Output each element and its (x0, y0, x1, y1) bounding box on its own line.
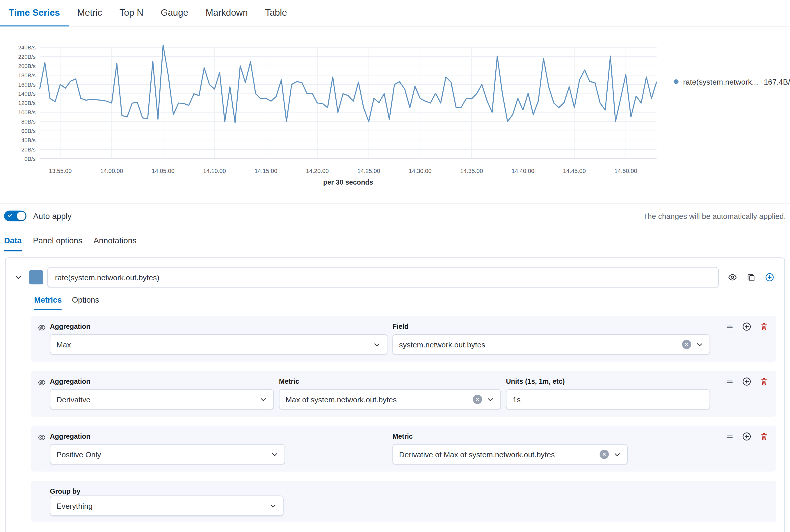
chevron-down-icon (373, 341, 381, 348)
auto-apply-toggle[interactable] (4, 211, 26, 222)
aggregation-select[interactable]: Derivative (50, 389, 274, 410)
svg-text:0B/s: 0B/s (24, 156, 36, 162)
auto-apply-row: Auto apply The changes will be automatic… (0, 204, 790, 228)
aggregation-select[interactable]: Positive Only (50, 444, 285, 464)
delete-metric-button[interactable] (760, 323, 768, 331)
chart-legend-item[interactable]: rate(system.network... 167.4B/s (674, 77, 790, 86)
chevron-down-icon (271, 451, 278, 458)
auto-apply-hint: The changes will be automatically applie… (643, 212, 786, 220)
svg-text:14:10:00: 14:10:00 (203, 168, 226, 174)
group-by-select-value: Everything (56, 501, 92, 510)
toggle-knob (17, 212, 25, 220)
timeseries-chart: 0B/s20B/s40B/s60B/s80B/s100B/s120B/s140B… (0, 31, 790, 197)
chevron-down-icon (14, 273, 22, 281)
plus-circle-icon (765, 273, 774, 282)
add-series-button[interactable] (765, 273, 774, 282)
metric-row-columns: Aggregation Derivative Metric Max of sys… (50, 378, 710, 410)
tab-table[interactable]: Table (257, 0, 296, 26)
svg-text:14:05:00: 14:05:00 (152, 168, 174, 174)
metric-row-max: Aggregation Max Field system.network.out… (31, 316, 776, 362)
delete-metric-button[interactable] (760, 378, 768, 386)
drag-handle[interactable] (726, 378, 734, 385)
tsvb-editor: Time Series Metric Top N Gauge Markdown … (0, 0, 790, 532)
svg-text:14:35:00: 14:35:00 (460, 168, 483, 174)
tab-data[interactable]: Data (4, 236, 22, 251)
tab-options[interactable]: Options (72, 296, 99, 310)
svg-text:200B/s: 200B/s (18, 63, 36, 69)
tab-annotations-label: Annotations (93, 236, 136, 245)
svg-text:220B/s: 220B/s (18, 54, 36, 60)
collapse-series-button[interactable] (14, 273, 23, 281)
tab-options-label: Options (72, 296, 99, 304)
editor-tabs: Data Panel options Annotations (0, 228, 790, 251)
delete-metric-button[interactable] (760, 433, 768, 441)
eye-closed-icon (38, 324, 46, 332)
series-color-swatch[interactable] (29, 270, 43, 284)
tab-top-n[interactable]: Top N (111, 0, 152, 26)
aggregation-label: Aggregation (50, 378, 274, 385)
clear-field-button[interactable] (682, 340, 692, 349)
group-by-select[interactable]: Everything (50, 496, 283, 516)
tab-panel-options[interactable]: Panel options (33, 236, 82, 251)
copy-icon (747, 273, 755, 282)
aggregation-label: Aggregation (50, 323, 387, 330)
chevron-down-icon (260, 396, 267, 403)
plus-circle-icon (742, 377, 752, 386)
tab-panel-options-label: Panel options (33, 236, 82, 245)
drag-handle[interactable] (726, 323, 734, 330)
svg-text:40B/s: 40B/s (21, 137, 36, 143)
series-label-input[interactable] (48, 267, 719, 287)
tab-metrics[interactable]: Metrics (34, 296, 62, 310)
tab-markdown[interactable]: Markdown (197, 0, 257, 26)
toggle-series-visibility-button[interactable] (728, 273, 737, 282)
svg-text:per 30 seconds: per 30 seconds (323, 178, 373, 186)
tab-metric[interactable]: Metric (69, 0, 111, 26)
group-by-section: Group by Everything (31, 481, 776, 522)
clone-series-button[interactable] (747, 273, 755, 282)
auto-apply-label: Auto apply (33, 211, 72, 221)
tab-data-label: Data (4, 236, 22, 245)
aggregation-select[interactable]: Max (50, 334, 387, 355)
metric-row-actions (726, 322, 768, 331)
svg-text:100B/s: 100B/s (18, 109, 36, 115)
aggregation-label: Aggregation (50, 433, 387, 440)
legend-series-dot (674, 79, 679, 84)
svg-text:120B/s: 120B/s (18, 100, 36, 106)
aggregation-select-value: Max (56, 340, 71, 349)
trash-icon (760, 323, 768, 331)
svg-text:13:55:00: 13:55:00 (49, 168, 72, 174)
metric-row-actions (726, 432, 768, 441)
svg-text:14:00:00: 14:00:00 (100, 168, 123, 174)
metric-combobox[interactable]: Max of system.network.out.bytes (279, 389, 501, 410)
tab-gauge[interactable]: Gauge (152, 0, 197, 26)
field-combobox[interactable]: system.network.out.bytes (392, 334, 710, 355)
units-input[interactable] (506, 389, 710, 410)
svg-text:60B/s: 60B/s (21, 128, 36, 134)
tab-metrics-label: Metrics (34, 296, 62, 304)
add-metric-button[interactable] (742, 432, 752, 441)
metric-row-columns: Aggregation Positive Only Metric Derivat… (50, 433, 710, 464)
drag-handle-icon (726, 378, 734, 385)
tab-table-label: Table (265, 7, 287, 18)
drag-handle[interactable] (726, 433, 734, 440)
tab-annotations[interactable]: Annotations (93, 236, 136, 251)
add-metric-button[interactable] (742, 322, 752, 331)
metric-combobox-value: Max of system.network.out.bytes (286, 395, 397, 404)
aggregation-select-value: Positive Only (56, 450, 101, 459)
eye-icon (38, 434, 46, 442)
metric-combobox[interactable]: Derivative of Max of system.network.out.… (392, 444, 628, 464)
svg-text:14:25:00: 14:25:00 (357, 168, 380, 174)
metric-label: Metric (392, 433, 710, 440)
metric-label: Metric (279, 378, 501, 385)
chevron-down-icon (269, 502, 277, 509)
svg-text:140B/s: 140B/s (18, 91, 36, 97)
plus-circle-icon (742, 432, 752, 441)
clear-metric-button[interactable] (473, 395, 482, 404)
add-metric-button[interactable] (742, 377, 752, 386)
tab-metric-label: Metric (77, 7, 103, 18)
svg-text:240B/s: 240B/s (18, 44, 36, 51)
tab-time-series[interactable]: Time Series (0, 0, 69, 26)
plus-circle-icon (742, 322, 752, 331)
clear-metric-button[interactable] (600, 450, 609, 459)
svg-text:14:45:00: 14:45:00 (563, 168, 586, 174)
